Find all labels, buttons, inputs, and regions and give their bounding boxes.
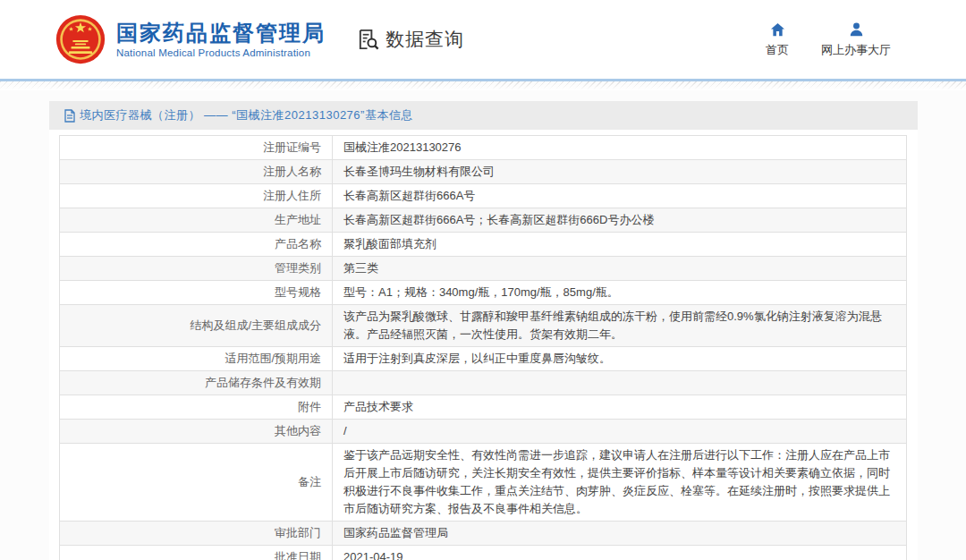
national-emblem-icon	[55, 14, 106, 64]
header-hatch-divider	[0, 81, 966, 90]
field-value	[333, 371, 907, 395]
field-label: 注册人名称	[60, 160, 333, 184]
table-row: 备注鉴于该产品远期安全性、有效性尚需进一步追踪，建议申请人在注册后进行以下工作：…	[60, 444, 907, 522]
detail-panel: 境内医疗器械（注册） —— “国械注准20213130276”基本信息 注册证编…	[49, 101, 918, 560]
table-row: 注册证编号国械注准20213130276	[60, 136, 907, 160]
table-row: 产品储存条件及有效期	[60, 371, 907, 395]
field-value: 产品技术要求	[333, 395, 907, 420]
table-row: 其他内容/	[60, 420, 907, 444]
brand-text: 国家药品监督管理局 National Medical Products Admi…	[116, 21, 326, 59]
table-row: 型号规格型号：A1；规格：340mg/瓶，170mg/瓶，85mg/瓶。	[60, 281, 907, 305]
field-value: 第三类	[333, 257, 907, 281]
field-label: 备注	[60, 444, 333, 522]
info-table: 注册证编号国械注准20213130276注册人名称长春圣博玛生物材料有限公司注册…	[59, 135, 907, 560]
field-label: 产品储存条件及有效期	[60, 371, 333, 395]
table-row: 附件产品技术要求	[60, 395, 907, 420]
field-value: 2021-04-19	[333, 546, 907, 560]
table-row: 审批部门国家药品监督管理局	[60, 522, 907, 546]
field-label: 生产地址	[60, 208, 333, 233]
table-row: 适用范围/预期用途适用于注射到真皮深层，以纠正中重度鼻唇沟皱纹。	[60, 347, 907, 371]
table-wrap: 注册证编号国械注准20213130276注册人名称长春圣博玛生物材料有限公司注册…	[49, 130, 918, 560]
field-value: 长春高新区超群街666A号；长春高新区超群街666D号办公楼	[333, 208, 907, 233]
field-value: 聚乳酸面部填充剂	[333, 233, 907, 257]
field-value: 国械注准20213130276	[333, 136, 907, 160]
field-label: 结构及组成/主要组成成分	[60, 305, 333, 347]
nav-home-label: 首页	[766, 42, 789, 58]
table-row: 注册人名称长春圣博玛生物材料有限公司	[60, 160, 907, 184]
data-query-label: 数据查询	[386, 27, 464, 52]
table-row: 产品名称聚乳酸面部填充剂	[60, 233, 907, 257]
field-label: 注册人住所	[60, 184, 333, 208]
field-value: 该产品为聚乳酸微球、甘露醇和羧甲基纤维素钠组成的冻干粉，使用前需经0.9%氯化钠…	[333, 305, 907, 347]
nav-home[interactable]: 首页	[766, 21, 789, 58]
panel-title-bar: 境内医疗器械（注册） —— “国械注准20213130276”基本信息	[49, 101, 918, 130]
table-row: 结构及组成/主要组成成分该产品为聚乳酸微球、甘露醇和羧甲基纤维素钠组成的冻干粉，…	[60, 305, 907, 347]
field-value: 鉴于该产品远期安全性、有效性尚需进一步追踪，建议申请人在注册后进行以下工作：注册…	[333, 444, 907, 522]
field-label: 批准日期	[60, 546, 333, 560]
org-name-en: National Medical Products Administration	[116, 47, 326, 58]
table-row: 生产地址长春高新区超群街666A号；长春高新区超群街666D号办公楼	[60, 208, 907, 233]
field-value: 型号：A1；规格：340mg/瓶，170mg/瓶，85mg/瓶。	[333, 281, 907, 305]
site-header: 国家药品监督管理局 National Medical Products Admi…	[0, 0, 966, 79]
content: 境内医疗器械（注册） —— “国械注准20213130276”基本信息 注册证编…	[0, 90, 966, 560]
field-value: 长春圣博玛生物材料有限公司	[333, 160, 907, 184]
field-label: 产品名称	[60, 233, 333, 257]
field-label: 审批部门	[60, 522, 333, 546]
field-value: 适用于注射到真皮深层，以纠正中重度鼻唇沟皱纹。	[333, 347, 907, 371]
org-name: 国家药品监督管理局	[116, 21, 326, 47]
table-row: 管理类别第三类	[60, 257, 907, 281]
field-value: 国家药品监督管理局	[333, 522, 907, 546]
field-label: 适用范围/预期用途	[60, 347, 333, 371]
nav-service-hall[interactable]: 网上办事大厅	[821, 21, 891, 58]
user-icon	[848, 21, 865, 38]
document-icon	[64, 109, 76, 123]
field-label: 其他内容	[60, 420, 333, 444]
field-value: /	[333, 420, 907, 444]
panel-title: 境内医疗器械（注册） —— “国械注准20213130276”基本信息	[80, 107, 413, 123]
data-query-icon	[356, 28, 380, 52]
field-label: 管理类别	[60, 257, 333, 281]
header-nav: 首页 网上办事大厅	[766, 21, 891, 58]
table-row: 批准日期2021-04-19	[60, 546, 907, 560]
field-label: 注册证编号	[60, 136, 333, 160]
nav-service-hall-label: 网上办事大厅	[821, 42, 891, 58]
table-row: 注册人住所长春高新区超群街666A号	[60, 184, 907, 208]
brand[interactable]: 国家药品监督管理局 National Medical Products Admi…	[55, 14, 326, 64]
home-icon	[769, 21, 786, 38]
field-label: 附件	[60, 395, 333, 420]
data-query[interactable]: 数据查询	[356, 27, 464, 52]
field-label: 型号规格	[60, 281, 333, 305]
field-value: 长春高新区超群街666A号	[333, 184, 907, 208]
